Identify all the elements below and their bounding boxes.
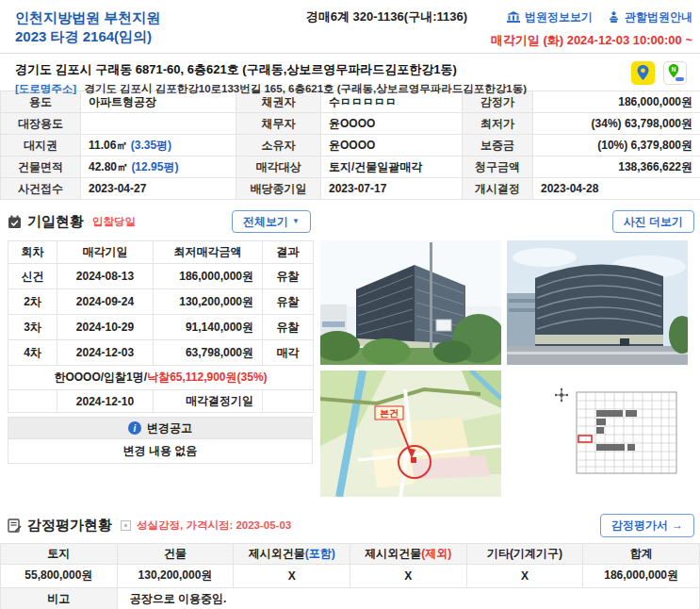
podium-person-icon (608, 11, 620, 23)
note-label: 비고 (1, 587, 118, 609)
column-header: 합계 (583, 543, 700, 564)
kakao-map-icon[interactable] (631, 61, 655, 85)
field-value: 42.80㎡ (12.95평) (81, 156, 236, 178)
appraisal-section-title: 감정평가현황 (8, 517, 112, 535)
appraisal-table: 토지 건물 제시외건물(포함) 제시외건물(제외) 기타(기계기구) 합계 55… (0, 543, 700, 609)
total-value: 186,000,000원 (583, 564, 700, 587)
court-info-label: 법원정보보기 (525, 9, 593, 25)
more-photos-button[interactable]: 사진 더보기 (612, 210, 694, 233)
arrow-right-icon: → (672, 518, 683, 532)
table-row: 2차 2024-09-24 130,200,000원 유찰 (8, 289, 314, 315)
round-number: 신건 (8, 264, 57, 289)
decision-label: 매각결정기일 (154, 390, 263, 413)
change-notice-block: i 변경공고 변경 내용 없음 (8, 417, 313, 464)
column-header: 매각기일 (57, 241, 154, 264)
caret-down-icon: ▼ (292, 218, 300, 225)
building-area: 42.80㎡ (89, 160, 128, 173)
result-cell: 매각 (263, 340, 314, 366)
schedule-block: 회차 매각기일 최저매각금액 결과 신건 2024-08-13 186,000,… (8, 240, 313, 464)
column-header: 최저매각금액 (154, 241, 263, 264)
courthouse-icon (507, 11, 520, 23)
table-row: 대장용도 채무자 윤OOOO 최저가 (34%) 63,798,000원 (1, 113, 700, 135)
property-photo-2[interactable] (507, 240, 688, 365)
minimum-sale-price: 63,798,000원 (154, 340, 263, 366)
field-value (81, 113, 236, 135)
collapse-icon[interactable] (121, 520, 131, 531)
column-header: 제시외건물(제외) (350, 543, 466, 564)
field-label: 최저가 (463, 113, 533, 135)
road-address-tag: [도로명주소] (15, 83, 76, 94)
field-label: 사건접수 (1, 178, 81, 200)
location-map[interactable]: 본건 (320, 370, 501, 497)
case-summary-table: 용도 아파트형공장 채권자 수ㅁㅁㅁㅁㅁ 감정가 186,000,000원 대장… (0, 91, 700, 200)
building-value: 130,200,000원 (117, 564, 234, 587)
view-all-dropdown[interactable]: 전체보기 ▼ (232, 210, 311, 233)
column-header: 건물 (117, 543, 234, 564)
bid-day-note: 입찰당일 (92, 215, 136, 229)
court-info-link[interactable]: 법원정보보기 (507, 9, 593, 25)
field-label: 대장용도 (1, 113, 81, 135)
floor-plan[interactable] (552, 383, 686, 485)
sale-target: 토지/건물일괄매각 (321, 156, 463, 178)
appraisal-section-label: 감정평가현황 (27, 517, 112, 535)
property-photo-1[interactable] (320, 240, 501, 365)
naver-map-icon[interactable]: N (663, 61, 687, 85)
minimum-price: (34%) 63,798,000원 (533, 113, 700, 135)
appraised-price: 186,000,000원 (533, 91, 700, 113)
minimum-sale-price: 186,000,000원 (154, 264, 263, 289)
excluded-value: X (350, 564, 466, 587)
machinery-value: X (466, 564, 583, 587)
change-notice-label: 변경공고 (147, 420, 192, 436)
excluded-tag: (제외) (421, 547, 451, 560)
column-header: 회차 (8, 241, 57, 264)
field-label: 소유자 (236, 135, 321, 156)
schedule-section-title: 기일현황 (8, 213, 84, 231)
table-row: 사건접수 2023-04-27 배당종기일 2023-07-17 개시결정 20… (1, 178, 700, 200)
field-label: 개시결정 (463, 178, 533, 200)
minimum-sale-price: 91,140,000원 (154, 315, 263, 340)
svg-text:N: N (672, 66, 676, 73)
field-value: 2023-04-27 (81, 178, 236, 200)
sale-date-cell: 2024-12-03 (57, 340, 154, 366)
field-label: 대지권 (1, 135, 81, 156)
sale-date: 매각기일 (화) 2024-12-03 10:00:00 ~ (306, 32, 692, 49)
schedule-and-photos: 회차 매각기일 최저매각금액 결과 신건 2024-08-13 186,000,… (0, 239, 700, 505)
field-value: 윤OOOO (321, 113, 463, 135)
table-row: 건물면적 42.80㎡ (12.95평) 매각대상 토지/건물일괄매각 청구금액… (1, 156, 700, 178)
view-all-label: 전체보기 (243, 215, 288, 228)
field-label: 건물면적 (1, 156, 81, 178)
field-label: 청구금액 (463, 156, 533, 178)
court-name: 인천지방법원 부천지원 (15, 8, 160, 27)
map-buttons: N (631, 61, 692, 85)
field-label: 채무자 (236, 113, 321, 135)
sale-date-cell: 2024-08-13 (57, 264, 154, 289)
included-value: X (234, 564, 350, 587)
round-number: 3차 (8, 315, 57, 340)
address-block: 경기도 김포시 구래동 6871-60, 6층621호 (구래동,상보르영무파라… (15, 61, 527, 85)
table-row: 용도 아파트형공장 채권자 수ㅁㅁㅁㅁㅁ 감정가 186,000,000원 (1, 91, 700, 113)
case-number: 2023 타경 2164(임의) (15, 27, 160, 46)
claim-amount: 138,366,622원 (533, 156, 700, 178)
document-pencil-icon (8, 518, 22, 533)
building-area-pyeong: (12.95평) (131, 160, 178, 173)
table-header-row: 회차 매각기일 최저매각금액 결과 (8, 241, 314, 264)
winning-bid-amount: 낙찰65,112,900원(35%) (147, 370, 267, 384)
field-label: 배당종기일 (236, 178, 321, 200)
appraisal-report-button[interactable]: 감정평가서 → (600, 514, 694, 536)
address-section: 경기도 김포시 구래동 6871-60, 6층621호 (구래동,상보르영무파라… (0, 54, 700, 91)
property-address: 경기도 김포시 구래동 6871-60, 6층621호 (구래동,상보르영무파라… (15, 61, 527, 78)
winning-bid-row: 한OOOO/입찰1명/낙찰65,112,900원(35%) (8, 366, 314, 390)
deposit-amount: (10%) 6,379,800원 (533, 135, 700, 156)
field-label: 매각대상 (236, 156, 321, 178)
court-guide-label: 관할법원안내 (625, 9, 692, 25)
table-row: 3차 2024-10-29 91,140,000원 유찰 (8, 315, 314, 340)
change-notice-toggle[interactable]: i 변경공고 (8, 418, 312, 439)
field-label: 보증금 (463, 135, 533, 156)
appraisal-remark: 공장으로 이용중임. (117, 587, 699, 609)
map-subject-label: 본건 (380, 408, 399, 419)
court-guide-link[interactable]: 관할법원안내 (608, 9, 692, 25)
field-value: 윤OOOO (321, 135, 463, 156)
land-area: 11.06㎡ (89, 139, 127, 152)
minimum-sale-price: 130,200,000원 (154, 289, 263, 315)
field-value: 2023-07-17 (321, 178, 463, 200)
